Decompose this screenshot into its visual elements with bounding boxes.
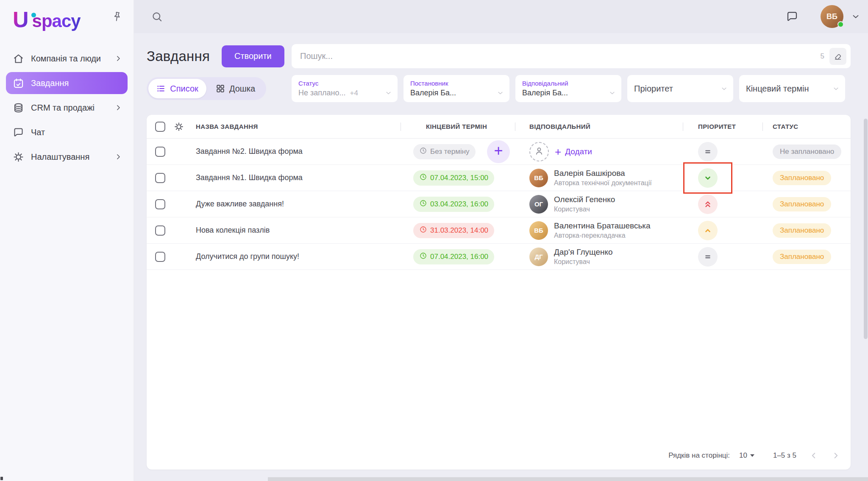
status-badge[interactable]: Заплановано (773, 250, 831, 264)
priority-button[interactable] (698, 247, 718, 267)
deadline-cell: Без терміну+ (401, 139, 515, 164)
row-checkbox-cell (155, 217, 174, 243)
sidebar-item-settings[interactable]: Налаштування (6, 146, 128, 168)
priority-cell (683, 139, 762, 164)
quick-add-button[interactable]: + (487, 140, 510, 163)
search-icon[interactable] (151, 11, 163, 23)
deadline-pill[interactable]: 07.04.2023, 15:00 (413, 170, 494, 186)
clear-search-button[interactable] (829, 48, 846, 65)
chat-icon[interactable] (786, 10, 798, 23)
status-cell: Заплановано (762, 191, 842, 217)
responsible-role: Користувач (554, 206, 615, 213)
view-toggle-board-label: Дошка (229, 84, 255, 94)
add-responsible-button[interactable]: +Додати (555, 146, 592, 157)
app-root: U spacy Компанія та людиЗавданняCRM та п… (0, 0, 868, 481)
chevron-down-small-icon (496, 89, 504, 97)
filter-responsible[interactable]: ВідповідальнийВалерія Ба... (515, 75, 621, 102)
priority-button[interactable] (698, 195, 718, 214)
person-icon (534, 145, 545, 158)
row-spacer-cell (174, 139, 194, 164)
filter-value-row: Кінцевий термін (746, 79, 840, 98)
home-icon (13, 53, 24, 64)
filter-creator[interactable]: ПостановникВалерія Ба... (403, 75, 509, 102)
row-checkbox[interactable] (155, 199, 165, 209)
row-checkbox[interactable] (155, 147, 165, 157)
pagination-prev-chevron-left-icon[interactable] (809, 451, 818, 460)
deadline-pill[interactable]: 03.04.2023, 16:00 (413, 197, 494, 212)
task-name[interactable]: Долучитися до групи пошуку! (196, 252, 299, 261)
table-settings-gear-icon[interactable] (174, 122, 184, 132)
chevron-down-icon (703, 173, 713, 183)
row-checkbox[interactable] (155, 173, 165, 183)
task-name[interactable]: Завдання №2. Швидка форма (196, 147, 303, 156)
priority-button[interactable] (698, 168, 718, 188)
task-name[interactable]: Дуже важливе завдання! (196, 200, 284, 209)
pin-sidebar-icon[interactable] (111, 11, 122, 24)
rows-per-page-select[interactable]: 10 (739, 451, 754, 460)
priority-cell (683, 165, 762, 191)
sidebar-item-crm[interactable]: CRM та продажі (6, 97, 128, 119)
row-checkbox-cell (155, 139, 174, 164)
responsible-name[interactable]: Олексій Гепенко (554, 195, 615, 204)
sidebar-item-tasks[interactable]: Завдання (6, 72, 128, 94)
sidebar-item-company[interactable]: Компанія та люди (6, 47, 128, 70)
page-title: Завдання (147, 48, 210, 64)
deadline-pill[interactable]: 07.04.2023, 16:00 (413, 249, 494, 264)
task-name[interactable]: Нова колекція пазлів (196, 226, 270, 235)
responsible-name[interactable]: Валентина Браташевська (554, 221, 651, 231)
user-menu-chevron-down-icon[interactable] (851, 12, 860, 21)
deadline-cell: 03.04.2023, 16:00 (401, 191, 515, 217)
status-cell: Заплановано (762, 217, 842, 243)
row-spacer-cell (174, 244, 194, 270)
user-avatar[interactable]: ВБ (821, 5, 843, 28)
status-badge[interactable]: Не заплановано (773, 145, 841, 159)
row-spacer-cell (174, 217, 194, 243)
deadline-pill[interactable]: 31.03.2023, 14:00 (413, 223, 494, 238)
status-badge[interactable]: Заплановано (773, 223, 831, 238)
table-row: Нова колекція пазлів31.03.2023, 14:00ВБВ… (147, 217, 851, 244)
status-badge[interactable]: Заплановано (773, 197, 831, 211)
responsible-name[interactable]: Дар'я Глущенко (554, 247, 613, 257)
column-header-deadline: КІНЦЕВИЙ ТЕРМІН (426, 123, 487, 130)
filter-status[interactable]: СтатусНе заплано...+4 (292, 75, 398, 102)
pagination-next-chevron-right-icon[interactable] (831, 451, 840, 460)
task-name[interactable]: Завдання №1. Швидка форма (196, 173, 303, 182)
status-cell: Не заплановано (762, 139, 842, 164)
priority-button[interactable] (698, 142, 718, 161)
deadline-text: 03.04.2023, 16:00 (430, 200, 488, 209)
view-toggle-board[interactable]: Дошка (206, 79, 264, 98)
rows-per-page-value: 10 (739, 451, 747, 460)
row-checkbox[interactable] (155, 225, 165, 236)
responsible-cell: +Додати (515, 139, 683, 164)
filter-value-row: Пріоритет (634, 79, 728, 98)
select-all-checkbox[interactable] (155, 122, 165, 132)
create-button[interactable]: Створити (222, 45, 284, 67)
view-toggle-list[interactable]: Список (148, 79, 206, 98)
page-scrollbar-thumb[interactable] (864, 119, 868, 339)
uspacy-logo[interactable]: U spacy (13, 8, 81, 31)
deadline-pill[interactable]: Без терміну (413, 144, 476, 159)
responsible-info: Олексій ГепенкоКористувач (554, 195, 615, 214)
filter-priority[interactable]: Пріоритет (627, 75, 733, 102)
content: Завдання Створити 5 (134, 33, 868, 481)
avatar: ОГ (529, 195, 548, 214)
avatar-placeholder[interactable] (529, 142, 549, 161)
bottom-edge-strip (268, 477, 868, 481)
responsible-info: Валентина БраташевськаАвторка-перекладач… (554, 221, 651, 240)
sidebar-item-label: CRM та продажі (31, 103, 114, 113)
user-avatar-initials: ВБ (826, 12, 837, 21)
chevron-down-small-icon (832, 85, 840, 93)
status-badge[interactable]: Заплановано (773, 171, 831, 185)
rows-per-page-label: Рядків на сторінці: (668, 451, 730, 460)
row-checkbox[interactable] (155, 252, 165, 262)
search-input[interactable] (300, 51, 821, 61)
sidebar-item-chat[interactable]: Чат (6, 121, 128, 143)
chevron-right-icon (114, 54, 122, 63)
table-body: Завдання №2. Швидка формаБез терміну++До… (147, 139, 851, 270)
responsible-name[interactable]: Валерія Башкірова (554, 169, 652, 178)
column-header-responsible: ВІДПОВІДАЛЬНИЙ (529, 123, 590, 130)
filter-deadline[interactable]: Кінцевий термін (739, 75, 845, 102)
priority-button[interactable] (698, 221, 718, 240)
board-grid-icon (216, 84, 225, 93)
add-responsible-label: Додати (565, 147, 592, 156)
